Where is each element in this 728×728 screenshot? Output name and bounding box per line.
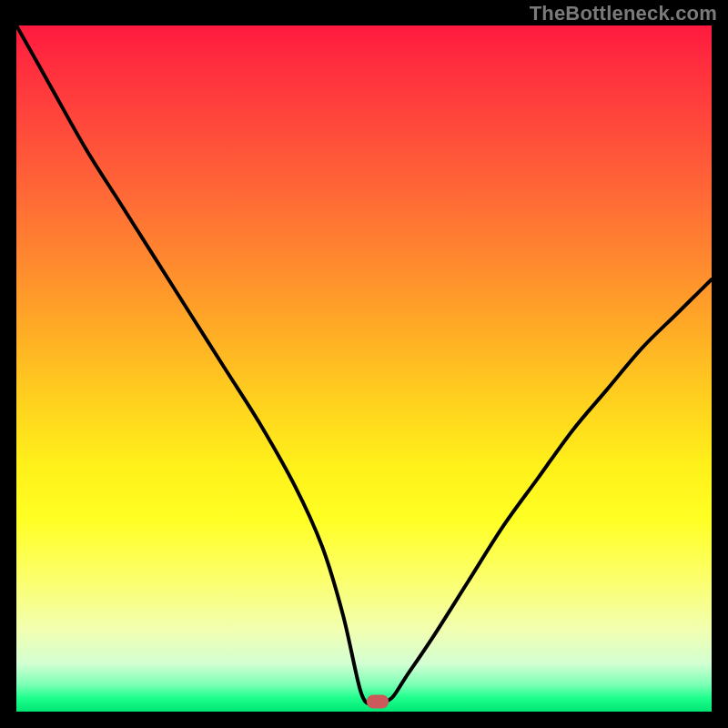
optimum-marker bbox=[367, 694, 389, 708]
bottleneck-curve bbox=[16, 25, 712, 712]
watermark-text: TheBottleneck.com bbox=[530, 2, 717, 25]
plot-area bbox=[16, 25, 712, 712]
chart-frame: TheBottleneck.com bbox=[0, 0, 728, 728]
